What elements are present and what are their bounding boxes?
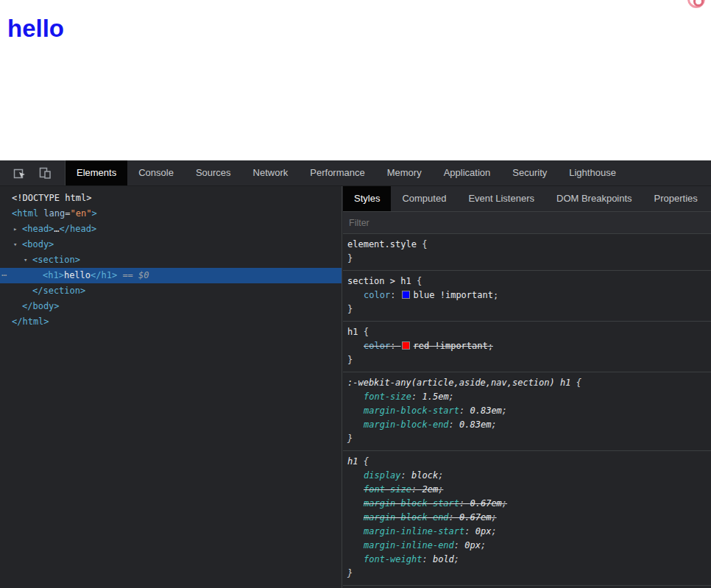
rule-selector-line: :-webkit-any(article,aside,nav,section) … [347,376,705,390]
twisty-icon[interactable]: ▾ [24,252,32,268]
css-property-name[interactable]: font-size [364,484,411,495]
css-property-name[interactable]: margin-inline-start [364,526,464,536]
main-tab-security[interactable]: Security [501,160,558,185]
css-property-line[interactable]: font-weight: bold; [347,553,705,567]
dom-tree-node[interactable]: <html lang="en"> [0,206,342,222]
color-swatch[interactable] [402,341,410,350]
style-rule: h1 {display: block;font-size: 2em;margin… [343,451,711,586]
dom-tree-node[interactable]: ⋯<h1>hello</h1> == $0 [0,268,342,283]
css-property-name[interactable]: margin-block-start [364,405,459,416]
css-colon: : [454,540,464,550]
rule-selector[interactable]: element.style [347,239,417,249]
close-brace: } [347,304,353,314]
css-property-name[interactable]: margin-inline-end [364,540,454,550]
main-tab-memory[interactable]: Memory [376,160,433,185]
css-property-value[interactable]: bold [433,554,454,564]
code-token-tag: </body> [22,301,60,311]
color-swatch[interactable] [402,291,410,299]
css-property-value[interactable]: 0.67em [459,512,491,523]
css-property-value[interactable]: 1.5em [422,392,448,402]
css-colon: : [390,290,400,300]
rule-selector[interactable]: :-webkit-any(article,aside,nav,section) … [347,378,570,388]
css-property-value[interactable]: block [411,470,438,481]
css-property-value[interactable]: blue !important [414,290,493,300]
main-tab-console[interactable]: Console [127,160,185,185]
css-property-name[interactable]: font-size [364,392,411,402]
css-property-line[interactable]: margin-inline-start: 0px; [347,525,705,539]
code-token-node: <!DOCTYPE html> [12,193,91,203]
css-property-name[interactable]: margin-block-end [364,512,449,523]
dom-tree-node[interactable]: </html> [0,314,342,330]
main-tab-elements[interactable]: Elements [66,160,127,185]
dom-tree-node[interactable]: </section> [0,283,342,299]
close-brace: } [347,355,353,365]
elements-dom-tree: <!DOCTYPE html><html lang="en">▸<head>…<… [0,186,342,588]
css-property-value[interactable]: 0px [464,540,481,550]
css-colon: : [422,554,432,564]
twisty-icon[interactable]: ▸ [13,222,22,237]
main-tab-application[interactable]: Application [433,160,502,185]
main-tab-sources[interactable]: Sources [185,160,242,185]
inspect-icon[interactable] [10,163,29,183]
dom-tree-node[interactable]: <!DOCTYPE html> [0,191,342,206]
devtools-toolbar-icons [0,160,66,185]
rendered-page: hello [0,0,711,160]
device-toolbar-icon[interactable] [35,163,54,183]
css-property-value[interactable]: 0px [475,526,492,536]
dom-tree-node[interactable]: ▾<body> [0,237,342,252]
main-tab-performance[interactable]: Performance [299,160,375,185]
css-property-name[interactable]: font-weight [364,554,422,564]
css-property-line[interactable]: margin-inline-end: 0px; [347,539,705,553]
css-property-line[interactable]: margin-block-end: 0.67em; [347,511,705,525]
css-property-line[interactable]: margin-block-end: 0.83em; [347,418,705,432]
css-semicolon: ; [438,484,443,495]
css-property-name[interactable]: display [364,470,401,481]
styles-filter-row [343,212,711,234]
css-property-line[interactable]: display: block; [347,469,705,483]
css-property-line[interactable]: color: blue !important; [347,288,705,302]
css-property-line[interactable]: margin-block-start: 0.83em; [347,404,705,418]
twisty-icon[interactable]: ▾ [13,237,22,252]
rule-selector[interactable]: h1 [347,327,358,337]
sidebar-tab-styles[interactable]: Styles [343,186,391,211]
rule-selector[interactable]: section > h1 [347,276,411,286]
css-semicolon: ; [438,470,443,481]
rule-selector-line: element.style { [347,238,705,252]
code-token-tag: </head> [60,224,97,234]
main-tab-network[interactable]: Network [242,160,300,185]
overflow-menu-icon[interactable]: ⋯ [1,268,6,283]
css-property-value[interactable]: 0.83em [470,405,502,416]
css-property-line[interactable]: font-size: 2em; [347,483,705,497]
sidebar-tab-properties[interactable]: Properties [643,186,709,211]
css-colon: : [390,341,400,351]
code-token-node: … [54,224,59,234]
sidebar-tab-computed[interactable]: Computed [391,186,457,211]
css-property-name[interactable]: margin-block-end [364,419,449,430]
code-token-tag: <h1> [43,270,64,280]
sidebar-tab-dom-breakpoints[interactable]: DOM Breakpoints [545,186,643,211]
css-property-name[interactable]: margin-block-start [364,498,459,509]
css-semicolon: ; [502,405,507,416]
css-property-line[interactable]: margin-block-start: 0.67em; [347,497,705,511]
main-tab-lighthouse[interactable]: Lighthouse [558,160,627,185]
css-property-line[interactable]: color: red !important; [347,339,705,353]
code-token-tag: <section> [32,255,80,265]
dom-tree-node[interactable]: </body> [0,299,342,314]
css-property-line[interactable]: font-size: 1.5em; [347,390,705,404]
css-colon: : [449,512,459,523]
rule-selector[interactable]: h1 [347,456,358,467]
code-token-tag: <html [12,208,38,219]
css-property-name[interactable]: color [364,290,390,300]
sidebar-tab-event-listeners[interactable]: Event Listeners [457,186,545,211]
css-property-value[interactable]: red !important [414,341,488,351]
css-property-value[interactable]: 0.83em [459,419,491,430]
dom-tree-node[interactable]: ▸<head>…</head> [0,222,342,237]
css-semicolon: ; [488,341,493,351]
open-brace: { [358,456,368,467]
close-brace: } [347,568,353,578]
styles-filter-input[interactable] [343,218,680,228]
dom-tree-node[interactable]: ▾<section> [0,252,342,268]
css-property-value[interactable]: 0.67em [470,498,502,509]
css-property-value[interactable]: 2em [422,484,438,495]
css-property-name[interactable]: color [364,341,390,351]
